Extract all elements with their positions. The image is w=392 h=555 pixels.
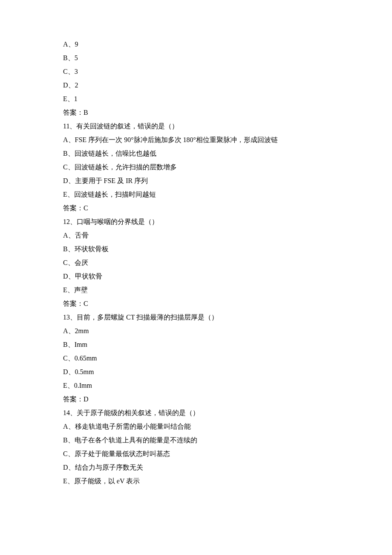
- q12-opt-d: D、甲状软骨: [63, 270, 329, 283]
- q14-opt-c: C、原子处于能量最低状态时叫基态: [63, 447, 329, 461]
- q14-stem: 14、关于原子能级的相关叙述，错误的是（）: [63, 406, 329, 420]
- q10-opt-b: B、5: [63, 51, 329, 65]
- q12-opt-e: E、声壁: [63, 283, 329, 297]
- q13-answer: 答案：D: [63, 392, 329, 406]
- q10-opt-d: D、2: [63, 78, 329, 92]
- q12-opt-a: A、舌骨: [63, 229, 329, 242]
- q14-opt-a: A、移走轨道电子所需的最小能量叫结合能: [63, 420, 329, 433]
- q11-opt-c: C、回波链越长，允许扫描的层数增多: [63, 160, 329, 174]
- q14-opt-d: D、结合力与原子序数无关: [63, 461, 329, 474]
- q10-opt-c: C、3: [63, 65, 329, 78]
- q10-opt-a: A、9: [63, 38, 329, 51]
- q11-opt-d: D、主要用于 FSE 及 IR 序列: [63, 174, 329, 188]
- q13-stem: 13、目前，多层螺旋 CT 扫描最薄的扫描层厚是（）: [63, 311, 329, 324]
- q13-opt-b: B、Imm: [63, 338, 329, 352]
- q10-opt-e: E、1: [63, 92, 329, 106]
- q11-answer: 答案：C: [63, 201, 329, 215]
- q11-opt-b: B、回波链越长，信噪比也越低: [63, 147, 329, 160]
- q14-opt-b: B、电子在各个轨道上具有的能量是不连续的: [63, 433, 329, 447]
- q12-opt-c: C、会厌: [63, 256, 329, 270]
- q13-opt-d: D、0.5mm: [63, 365, 329, 379]
- q12-answer: 答案：C: [63, 297, 329, 311]
- q11-opt-e: E、回波链越长，扫描时间越短: [63, 188, 329, 201]
- q11-stem: 11、有关回波链的叙述，错误的是（）: [63, 119, 329, 133]
- q13-opt-a: A、2mm: [63, 324, 329, 338]
- q11-opt-a: A、FSE 序列在一次 90°脉冲后施加多次 180°相位重聚脉冲，形成回波链: [63, 133, 329, 147]
- q12-opt-b: B、环状软骨板: [63, 242, 329, 256]
- q13-opt-c: C、0.65mm: [63, 352, 329, 365]
- q13-opt-e: E、0.Imm: [63, 379, 329, 392]
- q14-opt-e: E、原子能级，以 eV 表示: [63, 474, 329, 488]
- q10-answer: 答案：B: [63, 106, 329, 119]
- q12-stem: 12、口咽与喉咽的分界线是（）: [63, 215, 329, 229]
